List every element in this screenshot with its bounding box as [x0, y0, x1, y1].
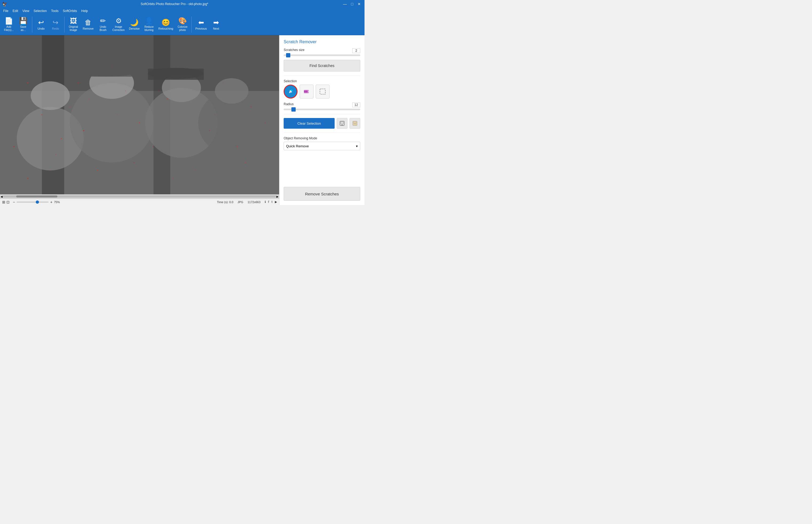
scratches-size-thumb[interactable]	[286, 53, 290, 58]
scroll-left-arrow[interactable]: ◀	[1, 195, 3, 198]
zoom-out-icon[interactable]: −	[13, 200, 15, 204]
next-label: Next	[213, 27, 219, 30]
object-removing-mode-label: Object Removing Mode	[284, 136, 360, 140]
zoom-slider[interactable]	[17, 201, 49, 202]
toolbar-sep-2	[64, 17, 65, 33]
retouching-button[interactable]: 😊 Retouching	[157, 16, 175, 34]
selection-label: Selection	[284, 79, 360, 83]
fit-icon[interactable]: ⊞	[2, 200, 5, 204]
redo-label: Redo	[52, 27, 59, 30]
svg-point-33	[195, 170, 196, 171]
statusbar-icons: ℹ 𝕗 𝕥 ▶	[265, 200, 277, 204]
denoise-button[interactable]: 🌙 Denoise	[127, 16, 141, 34]
save-as-button[interactable]: 💾 Saveas...	[17, 16, 30, 34]
statusbar: ⊞ ⊡ − + 75% Time (s): 0.0 JPG 1172x663 ℹ…	[0, 199, 279, 205]
scratches-size-slider[interactable]	[284, 54, 360, 56]
menu-softorbits[interactable]: SoftOrbits	[61, 9, 79, 13]
twitter-icon[interactable]: 𝕥	[271, 200, 273, 204]
radius-slider[interactable]	[284, 109, 360, 110]
remove-scratches-button[interactable]: Remove Scratches	[284, 187, 360, 201]
dimensions-label: 1172x663	[248, 200, 260, 204]
load-selection-icon	[352, 121, 358, 126]
next-button[interactable]: ➡ Next	[209, 16, 223, 34]
colorize-button[interactable]: 🎨 Colorizephoto	[176, 16, 189, 34]
save-as-icon: 💾	[19, 17, 28, 24]
zoom-thumb[interactable]	[36, 200, 39, 204]
remove-label: Remove	[83, 27, 94, 30]
scratches-size-section: Scratches size 2	[284, 48, 360, 56]
clear-selection-button[interactable]: Clear Selection	[284, 118, 335, 129]
svg-point-18	[83, 130, 84, 131]
svg-point-22	[153, 146, 154, 147]
previous-button[interactable]: ⬅ Previous	[194, 16, 208, 34]
next-icon: ➡	[213, 19, 219, 26]
zoom-fit-icon[interactable]: ⊡	[6, 200, 10, 204]
scroll-right-arrow[interactable]: ▶	[276, 195, 278, 198]
save-selection-button[interactable]	[337, 118, 348, 129]
youtube-icon[interactable]: ▶	[275, 200, 277, 204]
undo-icon: ↩	[38, 19, 44, 26]
original-image-button[interactable]: 🖼 OriginalImage	[67, 16, 80, 34]
menu-file[interactable]: File	[1, 9, 11, 13]
hscroll-thumb[interactable]	[16, 195, 57, 198]
pencil-icon	[287, 88, 294, 95]
image-correction-button[interactable]: ⚙ ImageCorrection	[111, 16, 126, 34]
maximize-button[interactable]: □	[350, 2, 355, 6]
pencil-tool-button[interactable]	[284, 85, 298, 98]
remove-button[interactable]: 🗑 Remove	[81, 16, 95, 34]
radius-label: Radius	[284, 102, 293, 106]
menu-tools[interactable]: Tools	[49, 9, 61, 13]
denoise-label: Denoise	[129, 27, 139, 30]
right-panel: Scratch Remover Scratches size 2 Find Sc…	[279, 35, 365, 205]
save-selection-icon	[339, 121, 345, 126]
undo-brush-button[interactable]: ✏ UndoBrush	[96, 16, 110, 34]
svg-point-42	[245, 162, 246, 163]
window-controls[interactable]: — □ ✕	[341, 2, 362, 6]
toolbar-sep-1	[32, 17, 32, 33]
add-files-button[interactable]: 📄 AddFile(s)...	[2, 16, 16, 34]
svg-rect-14	[72, 64, 139, 77]
hscroll-track[interactable]	[3, 195, 276, 198]
canvas-hscroll[interactable]: ◀ ▶	[0, 194, 279, 199]
menu-edit[interactable]: Edit	[11, 9, 20, 13]
find-scratches-button[interactable]: Find Scratches	[284, 60, 360, 71]
info-icon[interactable]: ℹ	[265, 200, 266, 204]
svg-point-16	[28, 82, 29, 84]
redo-button[interactable]: ↪ Redo	[49, 16, 62, 34]
radius-thumb[interactable]	[291, 107, 296, 112]
facebook-icon[interactable]: 𝕗	[268, 200, 269, 204]
format-label: JPG	[237, 200, 243, 204]
minimize-button[interactable]: —	[341, 2, 349, 6]
menubar: File Edit View Selection Tools SoftOrbit…	[0, 8, 365, 14]
svg-point-26	[209, 130, 210, 131]
zoom-in-icon[interactable]: +	[50, 200, 52, 204]
menu-selection[interactable]: Selection	[32, 9, 49, 13]
time-label: Time (s): 0.0	[217, 200, 233, 204]
eraser-tool-button[interactable]	[300, 85, 314, 98]
radius-track[interactable]	[284, 109, 360, 110]
undo-brush-icon: ✏	[100, 17, 106, 24]
svg-point-11	[215, 78, 249, 103]
titlebar: 🦅 SoftOrbits Photo Retoucher Pro - old-p…	[0, 0, 365, 8]
scratches-size-row: Scratches size 2	[284, 48, 360, 53]
svg-point-31	[237, 146, 238, 147]
image-correction-icon: ⚙	[116, 17, 122, 24]
svg-point-44	[8, 122, 9, 123]
close-button[interactable]: ✕	[356, 2, 362, 6]
add-files-label: AddFile(s)...	[4, 26, 14, 32]
quick-remove-dropdown[interactable]: Quick Remove ▾	[284, 142, 360, 150]
rect-select-tool-button[interactable]	[316, 85, 329, 98]
menu-help[interactable]: Help	[79, 9, 90, 13]
svg-point-27	[223, 83, 224, 83]
reduce-blurring-button[interactable]: 👤 Reduceblurring	[142, 16, 156, 34]
load-selection-button[interactable]	[350, 118, 360, 129]
app-icon: 🦅	[2, 2, 7, 7]
scratches-size-track[interactable]	[284, 54, 360, 56]
undo-button[interactable]: ↩ Undo	[34, 16, 48, 34]
menu-view[interactable]: View	[20, 9, 32, 13]
object-removing-mode-section: Object Removing Mode Quick Remove ▾	[284, 136, 360, 150]
svg-point-47	[291, 90, 292, 91]
canvas-wrapper[interactable]	[0, 35, 279, 194]
panel-title: Scratch Remover	[284, 39, 360, 44]
rect-select-icon	[319, 88, 326, 95]
